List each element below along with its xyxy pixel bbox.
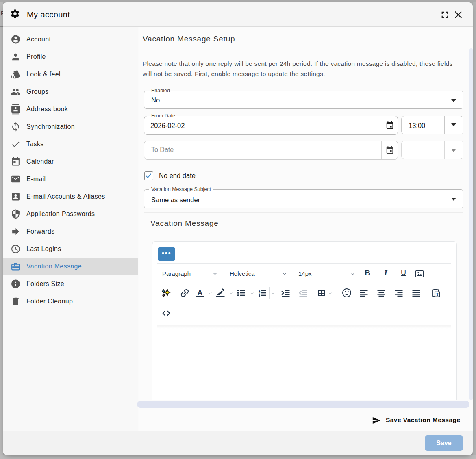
svg-text:A: A xyxy=(198,289,202,297)
svg-text:T: T xyxy=(436,292,439,297)
svg-text:3: 3 xyxy=(259,294,260,297)
